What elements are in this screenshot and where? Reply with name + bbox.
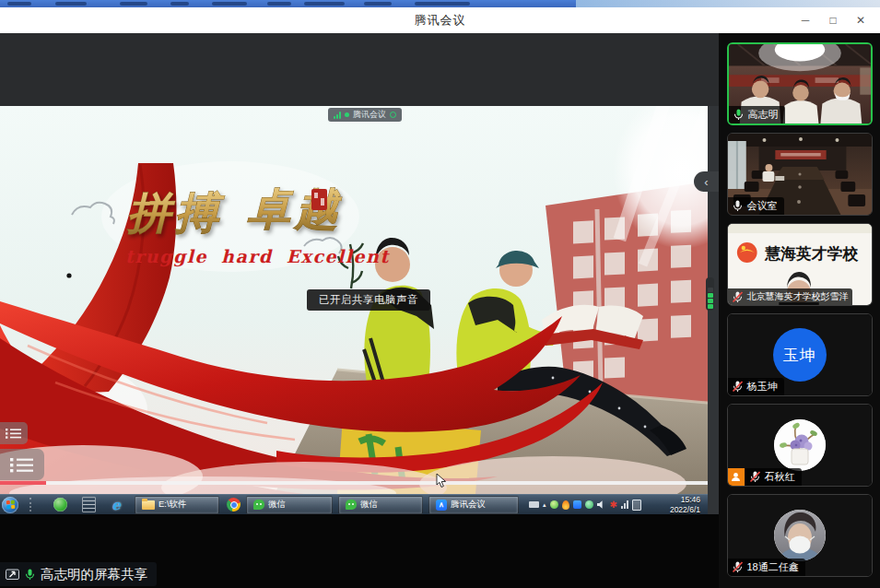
tencent-meeting-window: 腾讯会议 ─ □ ✕ [0,0,880,588]
window-titlebar: 腾讯会议 ─ □ ✕ [0,7,880,33]
share-audio-toast: 已开启共享电脑声音 [307,289,430,311]
screen-share-banner: 高志明的屏幕共享 [0,562,157,586]
browser-360-icon [53,498,67,512]
mic-on-icon [24,569,36,581]
dot-decoration [66,273,71,277]
green-dot-icon [345,112,349,117]
notepad-icon [82,497,96,512]
background-window-light-area [576,0,880,7]
school-banner-text: 慧海英才学校 [764,244,859,263]
participant-tile-gaozhiming[interactable]: 高志明 [727,42,873,125]
wechat-icon [346,500,357,510]
remote-pill-label: 腾讯会议 [353,109,386,121]
wechat-task-button-1: 微信 [246,496,333,514]
avatar-initials: 玉坤 [773,328,827,382]
meeting-task-label: 腾讯会议 [451,499,486,511]
playlist-button-large[interactable] [0,449,44,480]
participant-tile-yangyukun[interactable]: 玉坤 杨玉坤 [727,313,873,396]
folder-task-button: E:\软件 [135,496,219,514]
participant-name: 杨玉坤 [747,380,778,394]
participant-tile-shiqiuhong[interactable]: 石秋红 [727,404,873,487]
avatar-photo-masked-person [774,510,826,561]
language-bar-icon [529,501,539,508]
minimize-button[interactable]: ─ [792,7,819,33]
ie-icon: e [109,498,123,512]
window-controls: ─ □ ✕ [792,7,874,33]
video-title-en: truggle hard Excellent [125,246,390,267]
tray-red-icon: ✱ [610,500,617,510]
taskbar-clock: 15:46 2022/6/1 [652,495,700,514]
video-progress-played [0,481,46,485]
window-title: 腾讯会议 [0,12,880,29]
clock-date: 2022/6/1 [652,505,700,515]
screen-share-label: 高志明的屏幕共享 [41,566,147,583]
taskbar-separator [29,498,35,512]
participant-name-label: 高志明 [729,106,785,123]
mouse-cursor [436,474,447,492]
participant-tile-renxin[interactable]: 18通二任鑫 [727,494,873,577]
wechat-icon [253,500,264,510]
maximize-button[interactable]: □ [819,7,847,33]
wechat-task-button-2: 微信 [338,496,423,514]
mic-on-icon [733,109,745,121]
green-ring-icon [390,112,396,118]
mic-muted-icon [749,471,761,483]
participant-name: 石秋红 [765,470,795,484]
avatar-flower [774,419,826,471]
video-title-cn-1: 拼搏 [127,187,225,238]
wechat-task-label-1: 微信 [268,499,286,511]
action-center-icon [632,500,641,511]
participant-name: 会议室 [747,199,778,213]
sidebar-collapse-button[interactable]: ‹ [694,171,719,192]
remote-meeting-pill: 腾讯会议 [328,108,402,122]
background-window-strip [0,0,880,7]
mic-muted-icon [732,561,744,573]
shared-screen-region: 拼搏 卓越 truggle hard Excellent 腾讯会议 已开启共享电… [0,33,719,588]
chrome-icon [227,498,241,512]
audio-level-meter [706,277,714,311]
windows-start-orb [2,497,18,513]
participants-sidebar: 高志明 [719,33,880,588]
participant-tile-huihai-school[interactable]: 慧海英才学校 北京慧海英才学校彭雪洋 [727,223,873,306]
tencent-meeting-icon: ∧ [436,500,447,511]
participant-name-label: 北京慧海英才学校彭雪洋 [728,288,852,305]
remote-taskbar: e E:\软件 微信 微信 ∧腾讯会议 ▴ ✱ [0,494,708,514]
tray-360-icon [550,500,558,509]
tray-green-icon [585,500,593,509]
folder-task-label: E:\软件 [158,499,187,511]
clock-time: 15:46 [652,495,700,505]
folder-icon [142,500,155,510]
system-tray: ▴ ✱ [529,500,641,511]
mic-icon [732,200,744,212]
meeting-task-button: ∧腾讯会议 [428,496,519,514]
participant-name: 高志明 [748,108,779,122]
volume-icon [597,500,606,510]
participant-name: 18通二任鑫 [747,560,799,574]
tray-expand-icon: ▴ [543,501,546,509]
tray-flame-icon [562,500,569,510]
participant-name-label: 杨玉坤 [728,378,784,395]
participant-name: 北京慧海英才学校彭雪洋 [747,290,849,303]
participant-name-label: 石秋红 [745,468,802,486]
video-progress-bar [0,481,708,485]
wechat-task-label-2: 微信 [360,499,378,511]
profile-person-badge [728,468,745,486]
video-title-cn-2: 卓越 [247,183,343,234]
playlist-button-small[interactable] [0,422,28,444]
signal-bars-icon [334,112,341,119]
network-signal-icon [621,500,628,509]
tray-meeting-icon [573,500,581,509]
windows-flag-icon [6,500,15,510]
participant-name-label: 会议室 [728,197,784,215]
participant-tile-meetingroom[interactable]: 会议室 [727,133,873,216]
screen-share-icon [6,569,19,581]
mic-muted-icon [732,381,744,393]
red-seal [311,189,327,210]
close-button[interactable]: ✕ [847,7,874,33]
participant-name-label: 18通二任鑫 [728,559,805,576]
mic-muted-icon [732,291,744,303]
letterbox [0,33,719,106]
